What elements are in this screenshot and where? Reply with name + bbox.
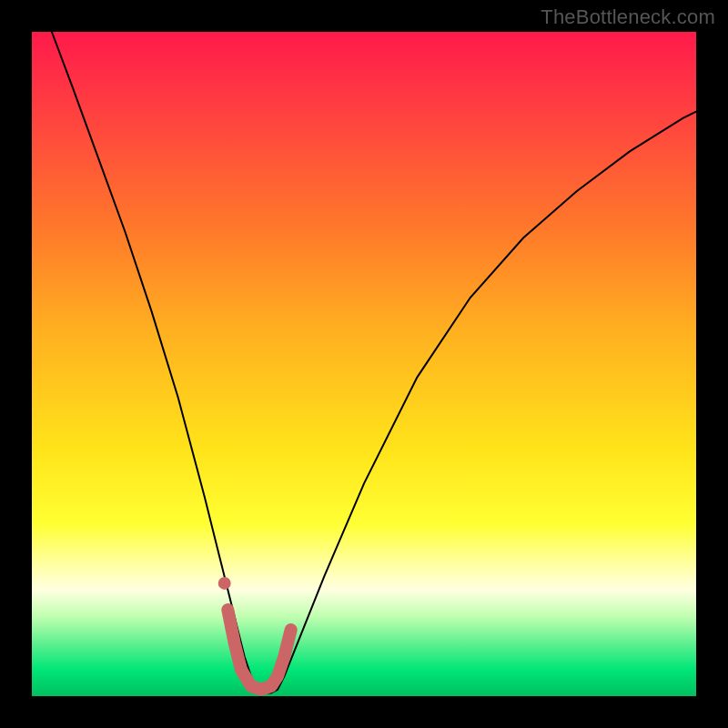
highlight-segment (228, 610, 290, 690)
plot-area (32, 32, 696, 696)
curve-svg (32, 32, 696, 696)
watermark-label: TheBottleneck.com (541, 5, 715, 29)
chart-frame: TheBottleneck.com (0, 0, 728, 728)
highlight-dot (218, 577, 231, 590)
bottleneck-curve (52, 32, 696, 693)
